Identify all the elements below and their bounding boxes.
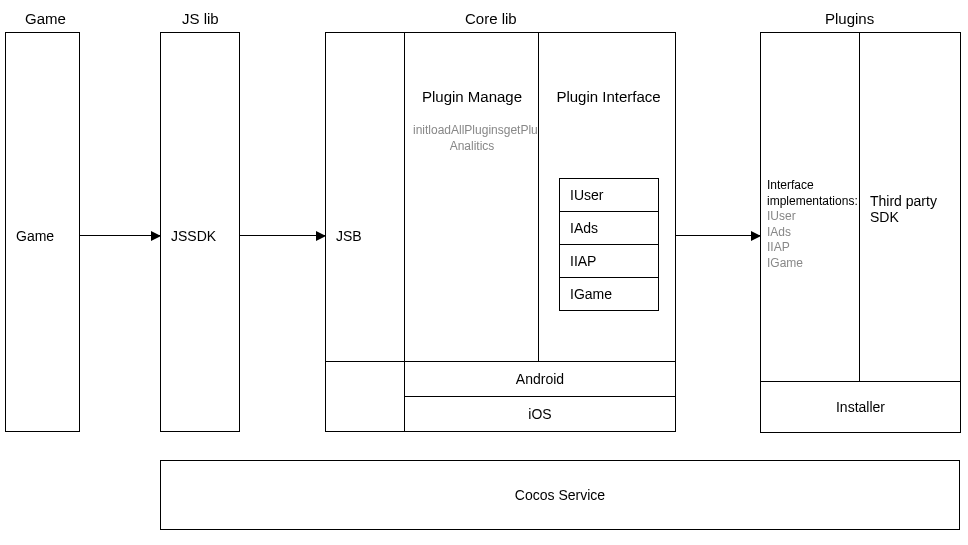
interface-iuser: IUser bbox=[560, 179, 658, 212]
plugin-manage-subtext: initloadAllPluginsgetPlugin…Analitics bbox=[413, 123, 531, 154]
plugin-manage-box: Plugin Manage initloadAllPluginsgetPlugi… bbox=[404, 32, 539, 362]
core-lib-box: JSB Plugin Manage initloadAllPluginsgetP… bbox=[325, 32, 675, 432]
plugin-manage-label: Plugin Manage bbox=[413, 88, 531, 105]
impl-iiap: IIAP bbox=[767, 240, 857, 256]
third-party-label: Third party SDK bbox=[870, 193, 955, 225]
arrow-jssdk-to-core bbox=[240, 235, 325, 236]
impl-title: Interface implementations: bbox=[767, 178, 857, 209]
header-plugins: Plugins bbox=[825, 10, 874, 27]
impl-box: Interface implementations: IUser IAds II… bbox=[760, 32, 860, 382]
jssdk-box: JSSDK bbox=[160, 32, 240, 432]
arrow-game-to-jssdk bbox=[80, 235, 160, 236]
interface-igame: IGame bbox=[560, 278, 658, 310]
android-box: Android bbox=[404, 361, 676, 397]
third-party-box: Third party SDK bbox=[859, 32, 961, 382]
plugins-box: Interface implementations: IUser IAds II… bbox=[760, 32, 960, 432]
installer-box: Installer bbox=[760, 381, 961, 433]
interface-iiap: IIAP bbox=[560, 245, 658, 278]
cocos-service-label: Cocos Service bbox=[515, 487, 605, 503]
plugin-interface-box: Plugin Interface IUser IAds IIAP IGame bbox=[538, 32, 676, 362]
header-game: Game bbox=[25, 10, 66, 27]
jssdk-label: JSSDK bbox=[171, 228, 216, 244]
arrow-core-to-plugins bbox=[675, 235, 760, 236]
plugin-interface-label: Plugin Interface bbox=[551, 88, 666, 105]
interface-list: IUser IAds IIAP IGame bbox=[559, 178, 659, 311]
header-jslib: JS lib bbox=[182, 10, 219, 27]
cocos-service-box: Cocos Service bbox=[160, 460, 960, 530]
ios-box: iOS bbox=[404, 396, 676, 432]
android-label: Android bbox=[516, 371, 564, 387]
header-corelib: Core lib bbox=[465, 10, 517, 27]
game-label: Game bbox=[16, 228, 54, 244]
interface-iads: IAds bbox=[560, 212, 658, 245]
game-box: Game bbox=[5, 32, 80, 432]
installer-label: Installer bbox=[836, 399, 885, 415]
impl-iads: IAds bbox=[767, 225, 857, 241]
jsb-box: JSB bbox=[325, 32, 405, 362]
jsb-label: JSB bbox=[336, 228, 362, 244]
impl-igame: IGame bbox=[767, 256, 857, 272]
impl-iuser: IUser bbox=[767, 209, 857, 225]
ios-label: iOS bbox=[528, 406, 551, 422]
